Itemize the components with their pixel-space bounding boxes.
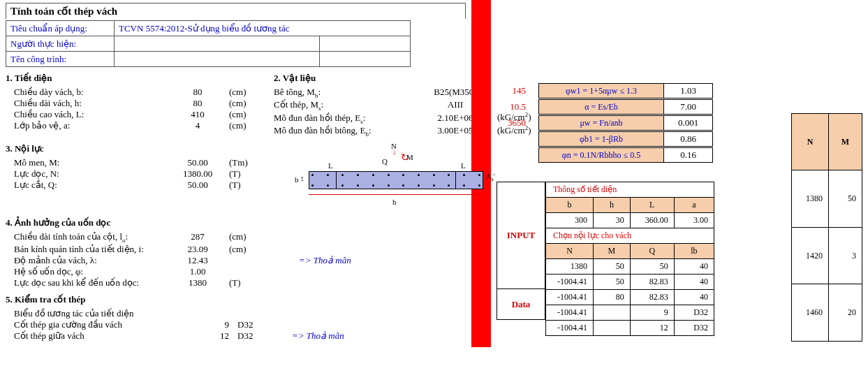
coef-formula: α = Es/Eb bbox=[538, 99, 664, 115]
h-dimline-icon bbox=[309, 194, 483, 195]
left-panel: Tính toán cốt thép vách Tiêu chuẩn áp dụ… bbox=[0, 0, 471, 347]
col-a: a bbox=[674, 198, 714, 213]
neff-val: 1380 bbox=[166, 277, 229, 288]
sec-header: Thông số tiết diện bbox=[546, 182, 714, 198]
col-N: N bbox=[546, 244, 594, 259]
data-cell[interactable]: D32 bbox=[674, 305, 714, 321]
coef-value: 1.03 bbox=[664, 83, 713, 98]
project-value[interactable] bbox=[115, 52, 320, 67]
end-label: Cốt thép gia cường đầu vách bbox=[6, 319, 166, 330]
phi-label: Hệ số uốn dọc, φ: bbox=[6, 266, 166, 277]
force-cell[interactable]: 40 bbox=[674, 275, 714, 290]
lambda-val: 12.43 bbox=[166, 255, 229, 266]
lambda-note: => Thoả mãn bbox=[299, 255, 351, 266]
col-M: M bbox=[594, 244, 631, 259]
force-cell[interactable]: 1380 bbox=[546, 259, 594, 275]
section-1: 1. Tiết diện bbox=[6, 73, 271, 84]
force-cell[interactable]: 50 bbox=[630, 259, 674, 275]
lo-unit: (cm) bbox=[229, 231, 271, 242]
end-d: D32 bbox=[229, 319, 271, 330]
lambda-label: Độ mảnh của vách, λ: bbox=[6, 255, 166, 266]
person-label: Người thực hiện: bbox=[6, 36, 115, 52]
data-cell[interactable]: -1004.41 bbox=[546, 321, 594, 336]
data-cell[interactable]: 9 bbox=[630, 305, 674, 321]
data-cell[interactable] bbox=[594, 305, 631, 321]
coef-formula: φw1 = 1+5αμw ≤ 1.3 bbox=[538, 83, 664, 98]
mid-label: Cốt thép giữa vách bbox=[6, 330, 166, 342]
col-b: b bbox=[546, 198, 594, 213]
M-label: Mô men, M: bbox=[6, 157, 166, 168]
b-label: Chiều dày vách, b: bbox=[6, 87, 166, 98]
neff-label: Lực dọc sau khi kể đến uốn dọc: bbox=[6, 277, 166, 288]
data-cell[interactable]: D32 bbox=[674, 321, 714, 336]
side-cell: 50 bbox=[829, 170, 862, 227]
side-col-M: M bbox=[829, 114, 862, 170]
side-table: NM 13805014203146020 bbox=[791, 113, 862, 342]
i-unit: (cm) bbox=[229, 244, 271, 255]
L-label: Chiều cao vách, L: bbox=[6, 109, 166, 120]
force-cell[interactable]: 82.83 bbox=[630, 290, 674, 305]
Q-val: 50.00 bbox=[166, 180, 229, 191]
dim-Q: Q bbox=[382, 157, 388, 166]
N-val: 1380.00 bbox=[166, 168, 229, 180]
a-unit: (cm) bbox=[229, 120, 271, 131]
info-table: Tiêu chuẩn áp dụng: TCVN 5574:2012-Sử dụ… bbox=[6, 20, 411, 67]
person-value[interactable] bbox=[115, 36, 320, 52]
coef-num: 10.5 bbox=[496, 101, 538, 112]
section-5: 5. Kiểm tra cốt thép bbox=[6, 294, 466, 305]
data-cell[interactable]: 12 bbox=[630, 321, 674, 336]
sec-a[interactable]: 3.00 bbox=[674, 213, 714, 228]
data-cell[interactable]: -1004.41 bbox=[546, 305, 594, 321]
h-val: 80 bbox=[166, 98, 229, 109]
coef-formula: φn = 0.1N/Rbbho ≤ 0.5 bbox=[538, 147, 664, 163]
sec-b[interactable]: 300 bbox=[546, 213, 594, 228]
std-value: TCVN 5574:2012-Sử dụng biểu đồ tương tác bbox=[115, 21, 411, 36]
N-label: Lực dọc, N: bbox=[6, 168, 166, 180]
side-cell: 1420 bbox=[791, 227, 828, 284]
beam-icon bbox=[309, 171, 483, 189]
ms-label: Cốt thép, Ms: bbox=[274, 99, 413, 112]
side-cell: 1380 bbox=[791, 170, 828, 227]
mid-n: 12 bbox=[166, 330, 229, 342]
force-cell[interactable]: -1004.41 bbox=[546, 275, 594, 290]
dim-L-left: L bbox=[328, 161, 333, 170]
side-cell: 1460 bbox=[791, 284, 828, 341]
sec-h[interactable]: 30 bbox=[594, 213, 631, 228]
force-cell[interactable]: 80 bbox=[594, 290, 631, 305]
coef-formula: φb1 = 1-βRb bbox=[538, 131, 664, 147]
col-lb: lb bbox=[674, 244, 714, 259]
project-label: Tên công trình: bbox=[6, 52, 115, 67]
force-cell[interactable]: 50 bbox=[594, 259, 631, 275]
side-cell: 3 bbox=[829, 227, 862, 284]
M-unit: (Tm) bbox=[229, 157, 271, 168]
side-cell: 20 bbox=[829, 284, 862, 341]
h-unit: (cm) bbox=[229, 98, 271, 109]
coef-value: 0.16 bbox=[664, 147, 713, 163]
dim-L-right: L bbox=[461, 161, 466, 170]
data-cell[interactable] bbox=[594, 321, 631, 336]
std-label: Tiêu chuẩn áp dụng: bbox=[6, 21, 115, 36]
force-cell[interactable]: 82.83 bbox=[630, 275, 674, 290]
force-cell[interactable]: -1004.41 bbox=[546, 290, 594, 305]
N-unit: (T) bbox=[229, 168, 271, 180]
coef-formula: μw = Fn/anb bbox=[538, 115, 664, 131]
Q-label: Lực cắt, Q: bbox=[6, 180, 166, 191]
right-panel: 145φw1 = 1+5αμw ≤ 1.31.0310.5α = Es/Eb7.… bbox=[491, 0, 868, 347]
force-header: Chọn nội lực cho vách bbox=[546, 228, 714, 244]
page-title: Tính toán cốt thép vách bbox=[6, 3, 466, 19]
input-table: Thông số tiết diện b h L a 300 30 360.00… bbox=[545, 182, 714, 336]
L-unit: (cm) bbox=[229, 109, 271, 120]
phi-val: 1.00 bbox=[166, 266, 229, 277]
dim-h: h bbox=[392, 198, 397, 206]
section-4: 4. Ảnh hưởng của uốn dọc bbox=[6, 217, 466, 228]
coef-value: 7.00 bbox=[664, 99, 713, 115]
sec-L[interactable]: 360.00 bbox=[630, 213, 674, 228]
section-3: 3. Nội lực bbox=[6, 143, 271, 154]
force-cell[interactable]: 50 bbox=[594, 275, 631, 290]
force-cell[interactable]: 40 bbox=[674, 290, 714, 305]
b-unit: (cm) bbox=[229, 87, 271, 98]
eb-label: Mô đun đàn hồi btông, Eb: bbox=[274, 125, 413, 138]
a-val: 4 bbox=[166, 120, 229, 131]
coef-num: 145 bbox=[496, 85, 538, 96]
force-cell[interactable]: 40 bbox=[674, 259, 714, 275]
